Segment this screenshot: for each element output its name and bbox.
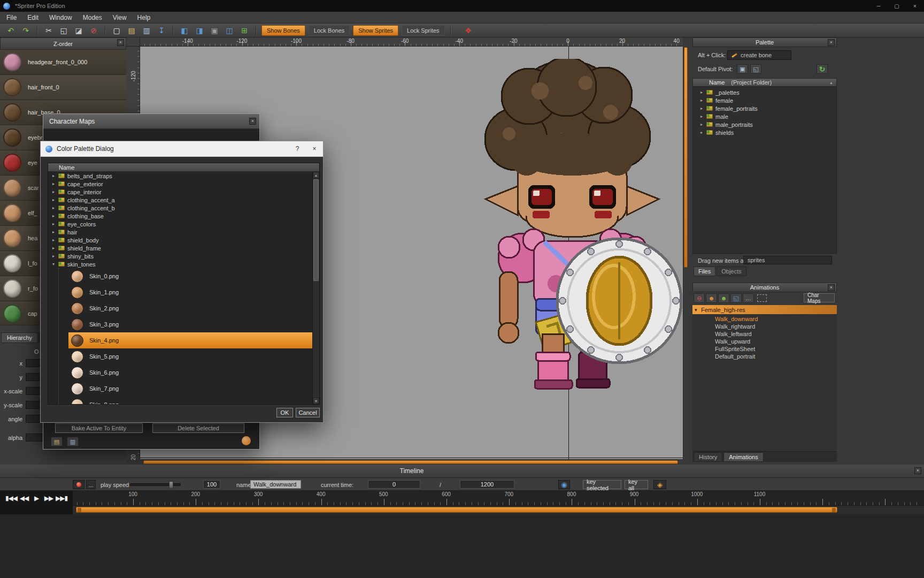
minimize-button[interactable]: ─ [869, 0, 888, 12]
dialog-close-button[interactable]: × [306, 141, 323, 157]
marquee-icon[interactable] [757, 294, 767, 302]
palette-folder-row[interactable]: ▸ clothing_accent_b [48, 204, 312, 212]
animation-item[interactable]: Walk_rightward [692, 323, 837, 330]
folder-row[interactable]: ▸ male [693, 112, 836, 120]
palette-folder-row[interactable]: ▸ shiny_bits [48, 252, 312, 260]
key-selected-button[interactable]: key selected [583, 480, 621, 489]
skin-file-row[interactable]: Skin_0.png [68, 268, 312, 284]
expand-arrow-icon[interactable]: ▸ [700, 122, 706, 127]
zorder-close-button[interactable]: × [117, 39, 124, 46]
skin-file-row[interactable]: Skin_5.png [68, 348, 312, 364]
ok-button[interactable]: OK [276, 408, 293, 417]
skin-file-row[interactable]: Skin_6.png [68, 364, 312, 381]
keyframe-marker[interactable] [78, 508, 81, 512]
palette-tab[interactable]: Files [694, 267, 715, 276]
duplicate-animation-icon[interactable]: ◱ [730, 293, 742, 303]
timeline-ruler[interactable]: 10020030040050060070080090010001100 [73, 491, 924, 506]
palette-folder-row[interactable]: ▸ eye_colors [48, 220, 312, 228]
record-button[interactable] [73, 480, 84, 489]
new-entity-icon[interactable]: ☻ [706, 293, 717, 303]
undo-icon[interactable]: ↶ [3, 25, 18, 36]
horizontal-scrollbar[interactable] [140, 459, 683, 465]
keyframe-marker[interactable] [832, 508, 836, 512]
expand-arrow-icon[interactable]: ▸ [52, 246, 58, 250]
skin-file-row[interactable]: Skin_2.png [68, 300, 312, 316]
skin-file-row[interactable]: Skin_3.png [68, 316, 312, 332]
paste-icon[interactable]: ◪ [71, 25, 86, 36]
expand-arrow-icon[interactable]: ▸ [700, 130, 706, 135]
copy-icon[interactable]: ◱ [56, 25, 71, 36]
expand-arrow-icon[interactable]: ▸ [52, 189, 58, 194]
expand-arrow-icon[interactable]: ▸ [52, 197, 58, 202]
palette-close-button[interactable]: × [828, 39, 835, 46]
title-bar[interactable]: *Spriter Pro Edition ─ ▢ × [0, 0, 924, 12]
toolbar-toggle[interactable]: Show Bones [261, 25, 305, 36]
expand-arrow-icon[interactable]: ▸ [700, 106, 706, 111]
menu-item[interactable]: Window [44, 12, 78, 24]
pivot-copy-icon[interactable]: ◱ [750, 64, 761, 74]
slider-track[interactable] [130, 483, 181, 486]
dock-tab[interactable]: History [694, 452, 722, 462]
color-dialog-titlebar[interactable]: Color Palette Dialog ? × [41, 141, 323, 157]
play-speed-input[interactable]: 100 [203, 480, 220, 489]
list-name-header[interactable]: Name [48, 163, 319, 172]
scroll-down-icon[interactable]: ▼ [313, 398, 319, 404]
scroll-up-icon[interactable]: ▲ [313, 172, 319, 178]
palette-folder-row[interactable]: ▸ belts_and_straps [48, 172, 312, 180]
skip-to-start-button[interactable]: ▮◀◀ [5, 492, 17, 504]
delete-icon[interactable]: ⊘ [86, 25, 101, 36]
skin-file-row[interactable]: Skin_8.png [68, 397, 312, 404]
play-speed-slider[interactable] [130, 483, 181, 486]
skin-file-row[interactable]: Skin_4.png [68, 332, 312, 348]
menu-item[interactable]: View [107, 12, 132, 24]
skin-file-row[interactable]: Skin_7.png [68, 381, 312, 397]
animation-length-input[interactable]: 1200 [460, 480, 514, 489]
expand-arrow-icon[interactable]: ▸ [52, 173, 58, 178]
more-options-button[interactable]: ... [86, 480, 96, 489]
cancel-button[interactable]: Cancel [296, 408, 320, 417]
palette-folder-row[interactable]: ▸ shield_frame [48, 244, 312, 252]
timeline-close-button[interactable]: × [914, 467, 921, 474]
palette-folder-row[interactable]: ▸ cape_interior [48, 188, 312, 196]
animations-close-button[interactable]: × [828, 284, 835, 291]
horizontal-scrollbar-thumb[interactable] [143, 460, 678, 464]
animation-item[interactable]: Walk_upward [692, 338, 837, 345]
close-button[interactable]: × [906, 0, 924, 12]
zorder-item[interactable]: headgear_front_0_000 [0, 50, 126, 75]
save-map-icon[interactable]: ▥ [67, 437, 79, 446]
view-blue-icon[interactable]: ◫ [222, 25, 237, 36]
import-icon[interactable]: ↧ [154, 25, 169, 36]
character-maps-titlebar[interactable]: Character Maps × [43, 114, 259, 129]
restore-button[interactable]: ▢ [888, 0, 906, 12]
rewind-button[interactable]: ◀◀ [19, 492, 29, 504]
expand-arrow-icon[interactable]: ▸ [52, 254, 58, 258]
play-button[interactable]: ▶ [31, 492, 42, 504]
expand-arrow-icon[interactable]: ▾ [52, 262, 58, 267]
expand-arrow-icon[interactable]: ▸ [52, 181, 58, 186]
fit-view-icon[interactable]: ⊞ [237, 25, 252, 36]
vertical-scrollbar-thumb[interactable] [684, 47, 688, 268]
menu-item[interactable]: Help [132, 12, 156, 24]
expand-arrow-icon[interactable]: ▸ [52, 230, 58, 234]
folder-row[interactable]: ▸ female_portraits [693, 104, 836, 112]
expand-arrow-icon[interactable]: ▸ [700, 98, 706, 103]
options-icon[interactable]: … [743, 293, 754, 303]
animation-item[interactable]: Walk_downward [692, 315, 837, 323]
palette-tab[interactable]: Objects [717, 267, 746, 276]
character-sprite[interactable] [476, 59, 683, 407]
dialog-help-button[interactable]: ? [289, 141, 306, 157]
menu-item[interactable]: File [1, 12, 22, 24]
remove-animation-icon[interactable]: ⊖ [694, 293, 705, 303]
view-gray-icon[interactable]: ▣ [207, 25, 222, 36]
bone-tool-icon[interactable]: ❖ [461, 25, 476, 36]
list-scrollbar-thumb[interactable] [313, 179, 319, 281]
keyframe-track[interactable] [73, 506, 924, 514]
keyframe-button[interactable]: ◈ [653, 480, 666, 489]
new-file-icon[interactable]: ▢ [109, 25, 124, 36]
properties-tab[interactable]: Hierarchy [1, 332, 38, 343]
palette-folder-row[interactable]: ▸ cape_exterior [48, 180, 312, 188]
expand-arrow-icon[interactable]: ▸ [52, 206, 58, 210]
current-time-input[interactable]: 0 [368, 480, 420, 489]
animation-item[interactable]: FullSpriteSheet [692, 345, 837, 353]
fast-forward-button[interactable]: ▶▶ [43, 492, 54, 504]
